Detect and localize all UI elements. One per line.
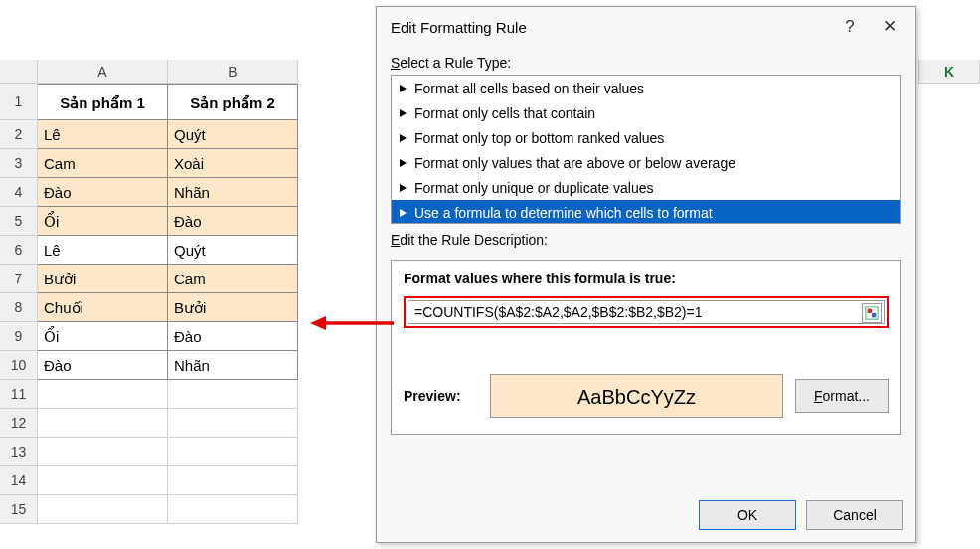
column-header-A[interactable]: A	[38, 60, 168, 84]
row-header[interactable]: 7	[0, 265, 38, 293]
formula-input[interactable]	[408, 300, 885, 324]
ok-button[interactable]: OK	[699, 500, 796, 530]
formula-header: Format values where this formula is true…	[404, 271, 889, 286]
rule-type-item[interactable]: Format only unique or duplicate values	[392, 175, 900, 200]
selectall-corner[interactable]	[0, 60, 38, 84]
cancel-button[interactable]: Cancel	[806, 500, 903, 530]
empty-cell[interactable]	[168, 409, 298, 438]
caret-icon	[400, 159, 407, 167]
caret-icon	[400, 134, 407, 142]
empty-cell[interactable]	[168, 466, 298, 495]
range-selector-icon[interactable]	[862, 303, 882, 323]
data-cell[interactable]: Nhãn	[168, 351, 298, 380]
row-header[interactable]: 9	[0, 322, 38, 351]
rule-type-item[interactable]: Format all cells based on their values	[392, 76, 900, 100]
column-data-header[interactable]: Sản phẩm 1	[38, 84, 168, 120]
row-header[interactable]: 3	[0, 149, 38, 178]
rule-type-item[interactable]: Format only cells that contain	[392, 100, 900, 125]
select-rule-type-label: Select a Rule Type:	[377, 47, 915, 75]
svg-rect-2	[872, 313, 876, 317]
format-preview: AaBbCcYyZz	[490, 374, 783, 418]
empty-cell[interactable]	[38, 380, 168, 409]
spreadsheet-grid: A B 1Sản phẩm 1Sản phẩm 22LêQuýt3CamXoài…	[0, 60, 298, 524]
row-header[interactable]: 1	[0, 84, 38, 120]
rule-type-item[interactable]: Format only values that are above or bel…	[392, 150, 900, 175]
row-header[interactable]: 13	[0, 438, 38, 466]
format-button[interactable]: Format...	[795, 379, 889, 413]
row-header[interactable]: 4	[0, 178, 38, 207]
data-cell[interactable]: Đào	[38, 351, 168, 380]
row-header[interactable]: 10	[0, 351, 38, 380]
data-cell[interactable]: Ổi	[38, 207, 168, 236]
column-header-B[interactable]: B	[168, 60, 298, 84]
data-cell[interactable]: Cam	[168, 265, 298, 293]
rule-type-list[interactable]: Format all cells based on their valuesFo…	[391, 75, 901, 224]
rule-type-label: Format only unique or duplicate values	[414, 180, 653, 196]
data-cell[interactable]: Bưởi	[38, 265, 168, 293]
empty-cell[interactable]	[168, 438, 298, 466]
row-header[interactable]: 14	[0, 466, 38, 495]
data-cell[interactable]: Bưởi	[168, 293, 298, 322]
caret-icon	[400, 85, 407, 92]
table-row: 7BưởiCam	[0, 265, 298, 293]
edit-rule-description-label: Edit the Rule Description:	[377, 224, 915, 252]
data-cell[interactable]: Ổi	[38, 322, 168, 351]
row-header[interactable]: 2	[0, 120, 38, 149]
data-cell[interactable]: Lê	[38, 120, 168, 149]
row-header[interactable]: 12	[0, 409, 38, 438]
data-cell[interactable]: Quýt	[168, 236, 298, 265]
table-row: 12	[0, 409, 298, 438]
caret-icon	[400, 109, 407, 117]
row-header[interactable]: 15	[0, 495, 38, 524]
rule-type-label: Format all cells based on their values	[414, 81, 644, 96]
rule-type-item[interactable]: Format only top or bottom ranked values	[392, 125, 900, 150]
empty-cell[interactable]	[38, 438, 168, 466]
rule-type-label: Use a formula to determine which cells t…	[414, 205, 713, 221]
edit-formatting-rule-dialog: Edit Formatting Rule ? ✕ Select a Rule T…	[376, 6, 916, 543]
dialog-titlebar[interactable]: Edit Formatting Rule ? ✕	[377, 7, 915, 47]
help-button[interactable]: ?	[830, 11, 870, 43]
data-cell[interactable]: Chuối	[38, 293, 168, 322]
table-row: 1Sản phẩm 1Sản phẩm 2	[0, 84, 298, 120]
caret-icon	[400, 184, 407, 192]
table-row: 13	[0, 438, 298, 466]
data-cell[interactable]: Cam	[38, 149, 168, 178]
empty-cell[interactable]	[168, 495, 298, 524]
row-header[interactable]: 6	[0, 236, 38, 265]
table-row: 15	[0, 495, 298, 524]
table-row: 11	[0, 380, 298, 409]
close-button[interactable]: ✕	[870, 11, 909, 43]
rule-type-label: Format only cells that contain	[414, 105, 595, 121]
data-cell[interactable]: Đào	[168, 207, 298, 236]
empty-cell[interactable]	[38, 409, 168, 438]
dialog-title: Edit Formatting Rule	[391, 19, 830, 36]
empty-cell[interactable]	[168, 380, 298, 409]
table-row: 2LêQuýt	[0, 120, 298, 149]
data-cell[interactable]: Xoài	[168, 149, 298, 178]
table-row: 5ỔiĐào	[0, 207, 298, 236]
data-cell[interactable]: Lê	[38, 236, 168, 265]
row-header[interactable]: 5	[0, 207, 38, 236]
table-row: 6LêQuýt	[0, 236, 298, 265]
table-row: 3CamXoài	[0, 149, 298, 178]
caret-icon	[400, 209, 407, 217]
row-header[interactable]: 11	[0, 380, 38, 409]
empty-cell[interactable]	[38, 495, 168, 524]
column-header-K[interactable]: K	[918, 60, 980, 84]
svg-marker-4	[310, 316, 326, 330]
row-header[interactable]: 8	[0, 293, 38, 322]
table-row: 8ChuốiBưởi	[0, 293, 298, 322]
rule-type-label: Format only values that are above or bel…	[414, 155, 735, 171]
data-cell[interactable]: Quýt	[168, 120, 298, 149]
rule-type-item[interactable]: Use a formula to determine which cells t…	[392, 200, 900, 224]
svg-rect-1	[868, 309, 872, 313]
rule-type-label: Format only top or bottom ranked values	[414, 130, 664, 146]
empty-cell[interactable]	[38, 466, 168, 495]
column-data-header[interactable]: Sản phẩm 2	[168, 84, 298, 120]
preview-label: Preview:	[404, 388, 478, 404]
data-cell[interactable]: Đào	[38, 178, 168, 207]
table-row: 10ĐàoNhãn	[0, 351, 298, 380]
data-cell[interactable]: Nhãn	[168, 178, 298, 207]
data-cell[interactable]: Đào	[168, 322, 298, 351]
table-row: 14	[0, 466, 298, 495]
